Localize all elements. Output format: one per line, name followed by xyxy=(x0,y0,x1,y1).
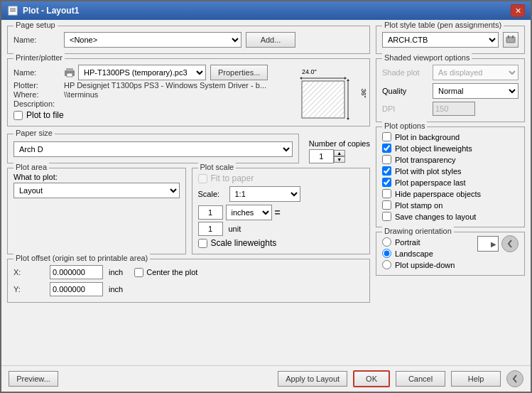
equals-sign: = xyxy=(275,207,281,218)
title-bar-left: Plot - Layout1 xyxy=(7,5,79,16)
center-plot-checkbox[interactable] xyxy=(134,268,143,277)
copies-label: Number of copies xyxy=(309,139,370,148)
scale-value1-input[interactable] xyxy=(198,205,223,220)
printer-name-select[interactable]: HP-T1300PS (temporary).pc3 xyxy=(78,65,206,80)
save-changes-row: Save changes to layout xyxy=(382,212,519,221)
printer-plotter-group: Printer/plotter Name: HP-T1300PS (tempor… xyxy=(7,58,370,126)
units-select[interactable]: inches mm xyxy=(226,205,272,220)
x-offset-row: X: inch Center the plot xyxy=(13,265,364,279)
y-offset-row: Y: inch xyxy=(13,282,364,296)
shaded-viewport-group: Shaded viewport options Shade plot As di… xyxy=(376,58,525,122)
name-label: Name: xyxy=(13,36,60,44)
portrait-row: Portrait xyxy=(382,237,455,247)
plot-icon xyxy=(7,5,18,16)
left-panel: Page setup Name: <None> Add... Printer/p… xyxy=(7,26,370,360)
preview-button[interactable]: Preview... xyxy=(9,371,58,387)
footer-nav-circle[interactable] xyxy=(506,370,523,387)
cancel-button[interactable]: Cancel xyxy=(396,371,445,387)
paper-preview-svg xyxy=(298,77,355,123)
fit-to-paper-label: Fit to paper xyxy=(211,173,254,183)
plot-style-icon-button[interactable] xyxy=(503,32,519,48)
plot-paperspace-row: Plot paperspace last xyxy=(382,178,519,187)
plot-styles-checkbox[interactable] xyxy=(382,166,391,176)
orientation-nav-button[interactable] xyxy=(501,235,519,252)
paper-preview-area: 24.0" xyxy=(298,70,362,119)
paper-size-row: Paper size Arch D Number of copies ▲ ▼ xyxy=(7,134,370,163)
scale-lineweights-row: Scale lineweights xyxy=(198,238,364,248)
scale-lineweights-checkbox[interactable] xyxy=(198,239,207,248)
quality-select[interactable]: Normal xyxy=(433,83,519,99)
plot-style-row: ARCH.CTB xyxy=(382,32,519,48)
dpi-row: DPI xyxy=(382,102,519,116)
where-label: Where: xyxy=(13,90,60,99)
close-button[interactable]: ✕ xyxy=(511,4,525,17)
plotter-value: HP Designjet T1300ps PS3 - Windows Syste… xyxy=(64,81,266,90)
landscape-arrow-icon: ▶ xyxy=(491,240,496,248)
dialog-body: Page setup Name: <None> Add... Printer/p… xyxy=(1,20,531,365)
paper-height-dim: 36" xyxy=(359,88,367,97)
x-offset-input[interactable] xyxy=(50,265,103,279)
shade-plot-row: Shade plot As displayed xyxy=(382,65,519,80)
printer-icon xyxy=(64,67,75,78)
plot-transparency-label: Plot transparency xyxy=(395,156,456,164)
svg-rect-0 xyxy=(9,6,17,15)
title-bar: Plot - Layout1 ✕ xyxy=(1,1,531,20)
copies-area: Number of copies ▲ ▼ xyxy=(309,139,370,163)
help-button[interactable]: Help xyxy=(451,371,501,387)
plot-area-label: Plot area xyxy=(13,163,49,171)
plot-stamp-checkbox[interactable] xyxy=(382,200,391,210)
center-plot-label: Center the plot xyxy=(146,268,197,276)
footer-right-buttons: Apply to Layout OK Cancel Help xyxy=(278,370,523,387)
ok-button[interactable]: OK xyxy=(353,370,390,387)
save-changes-checkbox[interactable] xyxy=(382,212,391,221)
scale-select[interactable]: 1:1 xyxy=(229,186,300,202)
shade-plot-label: Shade plot xyxy=(382,68,428,77)
scale-value2-input[interactable] xyxy=(198,222,223,236)
hide-paperspace-checkbox[interactable] xyxy=(382,189,391,198)
what-to-plot-select[interactable]: Layout xyxy=(13,183,180,198)
plot-paperspace-checkbox[interactable] xyxy=(382,178,391,187)
paper-size-select[interactable]: Arch D xyxy=(13,141,293,157)
svg-marker-9 xyxy=(344,77,347,80)
quality-row: Quality Normal xyxy=(382,83,519,99)
apply-to-layout-button[interactable]: Apply to Layout xyxy=(278,371,347,387)
landscape-row: Landscape xyxy=(382,249,455,258)
plot-stamp-row: Plot stamp on xyxy=(382,200,519,210)
plot-offset-group: Plot offset (origin set to printable are… xyxy=(7,259,370,303)
plot-lineweights-checkbox[interactable] xyxy=(382,144,391,153)
svg-marker-8 xyxy=(300,77,302,80)
plot-to-file-checkbox[interactable] xyxy=(13,111,23,120)
copies-up-button[interactable]: ▲ xyxy=(334,150,345,156)
fit-to-paper-checkbox[interactable] xyxy=(198,174,207,183)
svg-rect-6 xyxy=(67,73,72,77)
svg-rect-5 xyxy=(66,68,73,71)
plot-transparency-checkbox[interactable] xyxy=(382,155,391,164)
shade-plot-select[interactable]: As displayed xyxy=(433,65,519,80)
svg-marker-14 xyxy=(347,79,349,81)
plot-scale-label: Plot scale xyxy=(198,163,237,171)
plot-options-label: Plot options xyxy=(382,122,427,130)
y-offset-input[interactable] xyxy=(50,282,103,296)
upside-down-radio[interactable] xyxy=(382,260,391,269)
properties-button[interactable]: Properties... xyxy=(210,65,268,80)
page-setup-name-row: Name: <None> Add... xyxy=(13,32,364,48)
landscape-radio[interactable] xyxy=(382,249,391,258)
plot-style-select[interactable]: ARCH.CTB xyxy=(382,32,499,48)
paper-size-label: Paper size xyxy=(13,129,55,137)
left-arrow-icon xyxy=(511,375,519,383)
save-changes-label: Save changes to layout xyxy=(395,212,476,221)
plot-background-checkbox[interactable] xyxy=(382,132,391,141)
portrait-radio[interactable] xyxy=(382,237,391,247)
scale-row: Scale: 1:1 xyxy=(198,186,364,202)
add-button[interactable]: Add... xyxy=(246,32,295,48)
plot-stamp-label: Plot stamp on xyxy=(395,201,443,210)
page-setup-name-select[interactable]: <None> xyxy=(64,32,241,48)
where-value: \\terminus xyxy=(64,90,98,99)
plot-style-settings-icon xyxy=(506,35,516,45)
copies-input[interactable] xyxy=(309,149,334,163)
plot-background-row: Plot in background xyxy=(382,132,519,141)
paper-size-group: Paper size Arch D xyxy=(7,134,299,163)
copies-spinner: ▲ ▼ xyxy=(309,149,370,163)
plot-transparency-row: Plot transparency xyxy=(382,155,519,164)
copies-down-button[interactable]: ▼ xyxy=(334,156,345,163)
